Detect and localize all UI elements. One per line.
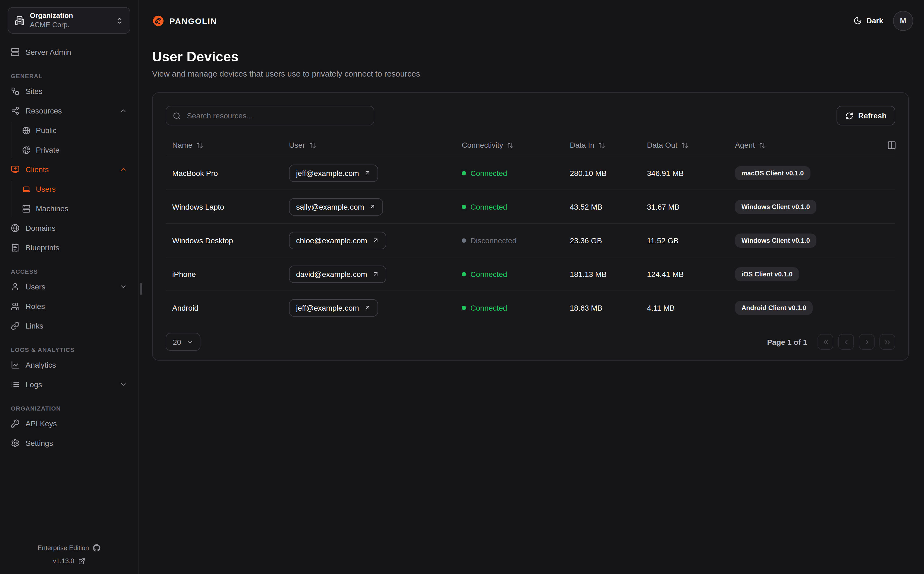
sidebar-item-blueprints[interactable]: Blueprints [0, 238, 138, 257]
first-page-button[interactable] [818, 334, 833, 350]
sidebar-item-clients[interactable]: Clients [0, 160, 138, 179]
data-out: 11.52 GB [640, 236, 728, 244]
last-page-button[interactable] [880, 334, 895, 350]
moon-icon [853, 16, 862, 25]
edition-line[interactable]: Enterprise Edition [0, 541, 138, 555]
connectivity-cell: Disconnected [455, 236, 563, 244]
user-cell: jeff@example.com [282, 164, 455, 181]
arrow-up-right-icon [372, 237, 379, 244]
column-label: User [289, 140, 305, 149]
sidebar: Organization ACME Corp. Server Admin GEN… [0, 0, 139, 574]
brand[interactable]: PANGOLIN [152, 14, 217, 27]
user-icon [11, 282, 20, 291]
column-header-name[interactable]: Name [166, 140, 282, 149]
app: Organization ACME Corp. Server Admin GEN… [0, 0, 924, 574]
chevron-down-icon [187, 339, 193, 345]
status-badge: Connected [462, 270, 557, 278]
version-line[interactable]: v1.13.0 [0, 555, 138, 568]
pagination-bar: 20 Page 1 of 1 [166, 333, 895, 351]
user-link-chip[interactable]: jeff@example.com [289, 164, 378, 181]
arrow-up-right-icon [364, 304, 371, 311]
sidebar-item-api-keys[interactable]: API Keys [0, 414, 138, 434]
agent-cell: macOS Client v0.1.0 [728, 166, 881, 180]
pagination-controls: Page 1 of 1 [767, 334, 895, 350]
prev-page-button[interactable] [838, 334, 854, 350]
sidebar-item-label: Blueprints [25, 243, 60, 252]
column-header-data-out[interactable]: Data Out [640, 140, 728, 149]
sidebar-item-resources[interactable]: Resources [0, 101, 138, 121]
sidebar-item-users[interactable]: Users [0, 277, 138, 296]
org-text: Organization ACME Corp. [30, 12, 110, 29]
column-header-user[interactable]: User [282, 140, 455, 149]
sidebar-item-server-admin[interactable]: Server Admin [0, 43, 138, 62]
table-row: Windows Lapto sally@example.com Connecte… [166, 190, 895, 224]
building-icon [15, 16, 24, 25]
sidebar-item-label: Roles [25, 302, 45, 311]
arrow-up-right-icon [369, 203, 376, 210]
column-header-data-in[interactable]: Data In [563, 140, 640, 149]
sidebar-item-client-users[interactable]: Users [0, 179, 138, 199]
avatar[interactable]: M [893, 11, 913, 31]
sidebar-item-roles[interactable]: Roles [0, 296, 138, 316]
sidebar-item-label: Machines [36, 204, 68, 213]
sidebar-item-settings[interactable]: Settings [0, 434, 138, 453]
monitor-up-icon [11, 165, 20, 174]
refresh-button[interactable]: Refresh [837, 106, 895, 125]
device-name: Windows Lapto [166, 202, 282, 211]
user-link-chip[interactable]: chloe@example.com [289, 232, 386, 249]
agent-badge: Windows Client v0.1.0 [735, 200, 817, 214]
sidebar-item-logs[interactable]: Logs [0, 375, 138, 394]
user-link-chip[interactable]: david@example.com [289, 265, 386, 283]
page-subtitle: View and manage devices that users use t… [152, 69, 910, 78]
sort-icon [507, 142, 514, 148]
page-size-select[interactable]: 20 [166, 333, 200, 351]
sidebar-item-public[interactable]: Public [0, 121, 138, 140]
section-label-access: ACCESS [0, 268, 138, 275]
user-link-chip[interactable]: sally@example.com [289, 198, 383, 215]
table-row: iPhone david@example.com Connected 1 [166, 257, 895, 291]
status-badge: Connected [462, 202, 557, 211]
sidebar-item-client-machines[interactable]: Machines [0, 199, 138, 218]
sidebar-item-domains[interactable]: Domains [0, 218, 138, 238]
agent-cell: Windows Client v0.1.0 [728, 200, 881, 214]
chevron-left-icon [842, 338, 850, 345]
clients-children: Users Machines [0, 179, 138, 218]
column-header-agent[interactable]: Agent [728, 140, 881, 149]
sidebar-item-label: Sites [25, 87, 43, 96]
sidebar-item-label: Private [36, 145, 60, 154]
sidebar-resize-handle[interactable] [140, 283, 142, 295]
status-label: Connected [470, 270, 507, 278]
laptop-icon [22, 185, 30, 193]
columns-toggle-button[interactable] [887, 140, 896, 150]
user-cell: david@example.com [282, 265, 455, 283]
page-title: User Devices [152, 49, 910, 65]
chevron-right-icon [863, 338, 870, 345]
agent-cell: Windows Client v0.1.0 [728, 233, 881, 248]
search-input[interactable] [186, 111, 367, 121]
agent-badge: iOS Client v0.1.0 [735, 267, 799, 281]
data-out: 124.41 MB [640, 270, 728, 278]
user-cell: sally@example.com [282, 198, 455, 215]
status-badge: Connected [462, 169, 557, 177]
sidebar-item-private[interactable]: Private [0, 140, 138, 160]
sidebar-item-label: Resources [25, 106, 62, 115]
org-label: Organization [30, 12, 110, 20]
next-page-button[interactable] [859, 334, 875, 350]
data-in: 23.36 GB [563, 236, 640, 244]
avatar-initial: M [900, 16, 906, 25]
user-link-chip[interactable]: jeff@example.com [289, 299, 378, 316]
sidebar-item-sites[interactable]: Sites [0, 82, 138, 101]
chevron-up-icon [120, 166, 127, 173]
theme-toggle[interactable]: Dark [853, 16, 883, 25]
sidebar-item-links[interactable]: Links [0, 316, 138, 336]
sidebar-item-label: Analytics [25, 361, 56, 369]
theme-label: Dark [866, 16, 883, 25]
column-header-connectivity[interactable]: Connectivity [455, 140, 563, 149]
resources-children: Public Private [0, 121, 138, 160]
sidebar-item-analytics[interactable]: Analytics [0, 355, 138, 375]
globe-icon [22, 126, 30, 134]
list-icon [11, 380, 20, 389]
sidebar-footer: Enterprise Edition v1.13.0 [0, 541, 138, 574]
page-header: User Devices View and manage devices tha… [139, 41, 924, 78]
org-selector[interactable]: Organization ACME Corp. [8, 7, 130, 34]
